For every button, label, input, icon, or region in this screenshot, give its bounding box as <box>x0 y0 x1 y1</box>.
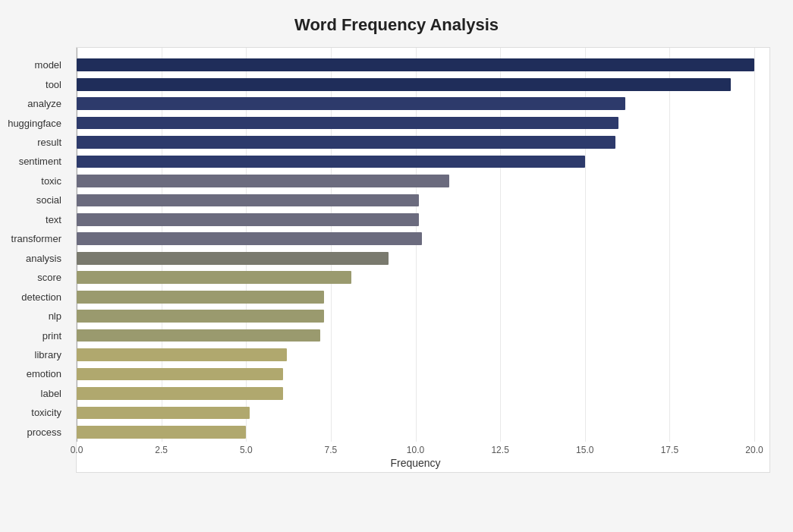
bar-label: analysis <box>1 253 69 264</box>
bar-row: social <box>77 190 754 209</box>
bar-outer <box>77 269 754 285</box>
bar <box>77 368 283 381</box>
x-tick: 17.5 <box>661 445 678 455</box>
bar-outer <box>77 57 754 73</box>
bar-row: print <box>77 326 754 345</box>
bar-label: emotion <box>1 368 69 379</box>
chart-container: Word Frequency Analysis modeltoolanalyze… <box>0 0 793 532</box>
x-axis: 0.02.55.07.510.012.515.017.520.0Frequenc… <box>77 442 754 472</box>
bar <box>77 213 419 226</box>
bar-row: toxicity <box>77 403 754 422</box>
chart-area: modeltoolanalyzehuggingfaceresultsentime… <box>76 47 770 473</box>
bar-outer <box>77 347 754 363</box>
bar-label: score <box>1 272 69 283</box>
bar-outer <box>77 76 754 92</box>
bar <box>77 136 615 149</box>
bar-outer <box>77 405 754 420</box>
bar-outer <box>77 212 754 228</box>
bar <box>77 426 246 439</box>
bar-outer <box>77 173 754 189</box>
x-axis-label: Frequency <box>77 457 754 469</box>
bar <box>77 271 351 284</box>
bar-outer <box>77 231 754 247</box>
bar-outer <box>77 308 754 324</box>
bar-outer <box>77 134 754 150</box>
bar-row: label <box>77 384 754 403</box>
bar-row: emotion <box>77 364 754 383</box>
bar <box>77 97 625 110</box>
bar-row: analysis <box>77 249 754 268</box>
bar-row: nlp <box>77 307 754 326</box>
x-tick: 12.5 <box>491 445 508 455</box>
bar <box>77 232 422 245</box>
bar-label: social <box>1 194 69 206</box>
bar <box>77 117 618 130</box>
bar <box>77 329 320 342</box>
bar-outer <box>77 327 754 343</box>
bar <box>77 407 250 420</box>
bars-wrapper: modeltoolanalyzehuggingfaceresultsentime… <box>77 48 769 442</box>
chart-title: Word Frequency Analysis <box>23 15 770 35</box>
x-tick: 10.0 <box>407 445 424 455</box>
bar <box>77 387 283 400</box>
bar-label: toxicity <box>1 407 69 418</box>
x-tick: 7.5 <box>325 445 338 455</box>
bar-label: huggingface <box>1 118 69 129</box>
x-tick: 2.5 <box>155 445 168 455</box>
bar-row: toxic <box>77 172 754 190</box>
bar <box>77 291 324 304</box>
bar-label: sentiment <box>1 156 69 167</box>
bar-outer <box>77 96 754 112</box>
bar-label: analyze <box>1 98 69 109</box>
x-tick: 5.0 <box>240 445 253 455</box>
bar-label: detection <box>1 291 69 303</box>
bar-outer <box>77 153 754 169</box>
bar <box>77 175 449 187</box>
bar <box>77 194 419 207</box>
bar-row: analyze <box>77 94 754 113</box>
bar-outer <box>77 288 754 304</box>
bar <box>77 348 287 361</box>
bar-label: library <box>1 349 69 360</box>
bar-label: process <box>1 427 69 438</box>
bar-row: sentiment <box>77 152 754 171</box>
bar-row: library <box>77 345 754 364</box>
bar-outer <box>77 250 754 266</box>
bar-row: transformer <box>77 229 754 248</box>
bar-row: text <box>77 210 754 229</box>
x-tick: 20.0 <box>745 445 763 455</box>
bar-label: print <box>1 330 69 342</box>
bar-label: transformer <box>1 233 69 244</box>
bar-outer <box>77 366 754 382</box>
bar-label: model <box>1 59 69 71</box>
bar-row: result <box>77 133 754 152</box>
bar <box>77 78 731 91</box>
bar-row: detection <box>77 287 754 306</box>
bar-label: label <box>1 388 69 399</box>
bar-row: model <box>77 55 754 74</box>
bar-outer <box>77 424 754 440</box>
bar-outer <box>77 115 754 131</box>
bar-row: score <box>77 268 754 287</box>
x-tick: 0.0 <box>71 445 83 455</box>
bar-label: toxic <box>1 175 69 187</box>
bar-outer <box>77 386 754 401</box>
bar-outer <box>77 192 754 208</box>
bar <box>77 58 754 71</box>
bar-row: tool <box>77 74 754 93</box>
bar-row: process <box>77 423 754 442</box>
bar <box>77 310 324 323</box>
bar-label: tool <box>1 79 69 90</box>
bar-label: nlp <box>1 310 69 322</box>
bar <box>77 252 389 265</box>
bar <box>77 156 585 168</box>
bar-row: huggingface <box>77 113 754 132</box>
bar-label: result <box>1 137 69 148</box>
x-tick: 15.0 <box>576 445 593 455</box>
bar-label: text <box>1 214 69 225</box>
